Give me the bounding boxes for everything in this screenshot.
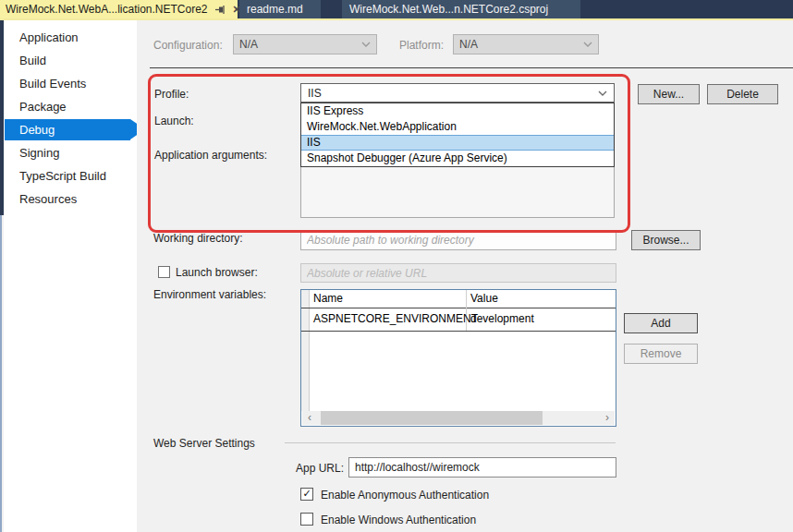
- configuration-dropdown[interactable]: N/A: [233, 34, 377, 54]
- tab-csproj[interactable]: WireMock.Net.Web...n.NETCore2.csproj: [342, 0, 580, 18]
- dropdown-option-snapshot-debugger[interactable]: Snapshot Debugger (Azure App Service): [301, 151, 614, 166]
- horizontal-scrollbar[interactable]: ‹ ›: [302, 411, 615, 425]
- tab-wiremock-netcore2[interactable]: WireMock.Net.WebA...lication.NETCore2 ✕: [0, 0, 238, 18]
- web-server-settings-label: Web Server Settings: [153, 437, 255, 450]
- chevron-down-icon: [583, 42, 592, 47]
- env-var-name-cell[interactable]: ASPNETCORE_ENVIRONMENT: [313, 308, 478, 331]
- launch-browser-label: Launch browser:: [176, 266, 258, 279]
- chevron-down-icon: [598, 91, 607, 96]
- configuration-value: N/A: [239, 38, 258, 51]
- configuration-label: Configuration:: [153, 39, 223, 52]
- windows-auth-checkbox[interactable]: [300, 513, 313, 526]
- properties-nav-sidebar: Application Build Build Events Package D…: [4, 20, 137, 532]
- env-var-value-cell[interactable]: development: [470, 308, 534, 331]
- sidebar-item-package[interactable]: Package: [4, 95, 137, 118]
- tab-title: readme.md: [247, 3, 303, 16]
- sidebar-item-build-events[interactable]: Build Events: [4, 72, 137, 95]
- new-profile-button[interactable]: New...: [638, 84, 700, 104]
- working-directory-input[interactable]: [300, 230, 616, 250]
- tab-title: WireMock.Net.WebA...lication.NETCore2: [6, 3, 208, 16]
- pin-icon[interactable]: [215, 5, 226, 15]
- sidebar-item-debug[interactable]: Debug: [4, 118, 137, 141]
- dropdown-option-iis-express[interactable]: IIS Express: [301, 103, 614, 119]
- application-arguments-label: Application arguments:: [154, 149, 267, 162]
- platform-label: Platform:: [399, 39, 444, 52]
- profile-label: Profile:: [154, 88, 189, 101]
- document-tab-bar: WireMock.Net.WebA...lication.NETCore2 ✕ …: [0, 0, 793, 20]
- sidebar-item-application[interactable]: Application: [4, 26, 137, 49]
- add-variable-button[interactable]: Add: [624, 313, 698, 333]
- left-edge-line: [0, 215, 2, 532]
- application-arguments-textarea[interactable]: [300, 166, 615, 218]
- section-separator: [285, 442, 616, 443]
- tab-title: WireMock.Net.Web...n.NETCore2.csproj: [349, 3, 548, 16]
- profile-value: IIS: [308, 87, 322, 100]
- launch-label: Launch:: [154, 115, 194, 127]
- browse-button[interactable]: Browse...: [631, 230, 701, 250]
- environment-variables-table[interactable]: Name Value ASPNETCORE_ENVIRONMENT develo…: [300, 289, 616, 427]
- project-properties-window: WireMock.Net.WebA...lication.NETCore2 ✕ …: [0, 0, 793, 532]
- sidebar-item-build[interactable]: Build: [4, 49, 137, 72]
- sidebar-item-typescript-build[interactable]: TypeScript Build: [4, 164, 137, 187]
- column-header-value[interactable]: Value: [470, 290, 498, 308]
- tab-readme[interactable]: readme.md: [239, 0, 321, 18]
- dropdown-option-webapplication[interactable]: WireMock.Net.WebApplication: [301, 119, 614, 135]
- platform-dropdown[interactable]: N/A: [453, 34, 599, 54]
- environment-variables-label: Environment variables:: [153, 288, 266, 301]
- profile-dropdown-list: IIS Express WireMock.Net.WebApplication …: [300, 103, 615, 167]
- row-underline: [301, 331, 616, 332]
- debug-settings-page: Configuration: N/A Platform: N/A Profile…: [137, 20, 793, 532]
- app-url-label: App URL:: [296, 462, 344, 475]
- delete-profile-button[interactable]: Delete: [707, 84, 778, 104]
- working-directory-label: Working directory:: [153, 232, 242, 245]
- dropdown-option-iis[interactable]: IIS: [301, 135, 614, 151]
- chevron-down-icon: [361, 42, 371, 47]
- scrollbar-thumb[interactable]: [321, 411, 543, 425]
- windows-auth-label: Enable Windows Authentication: [321, 514, 476, 526]
- header-separator: [150, 67, 793, 68]
- sidebar-item-signing[interactable]: Signing: [4, 141, 137, 164]
- profile-combobox[interactable]: IIS: [300, 83, 615, 103]
- scroll-left-icon[interactable]: ‹: [302, 411, 317, 425]
- platform-value: N/A: [459, 38, 478, 51]
- app-url-input[interactable]: [348, 457, 616, 478]
- sidebar-selected-highlight: Debug: [5, 119, 130, 140]
- launch-browser-checkbox[interactable]: [158, 266, 170, 278]
- remove-variable-button: Remove: [624, 344, 698, 364]
- scroll-right-icon[interactable]: ›: [600, 411, 615, 425]
- sidebar-item-resources[interactable]: Resources: [4, 187, 137, 211]
- column-header-name[interactable]: Name: [313, 290, 343, 308]
- anonymous-auth-label: Enable Anonymous Authentication: [321, 489, 489, 502]
- launch-url-input: [300, 263, 616, 283]
- anonymous-auth-checkbox[interactable]: ✓: [300, 488, 313, 501]
